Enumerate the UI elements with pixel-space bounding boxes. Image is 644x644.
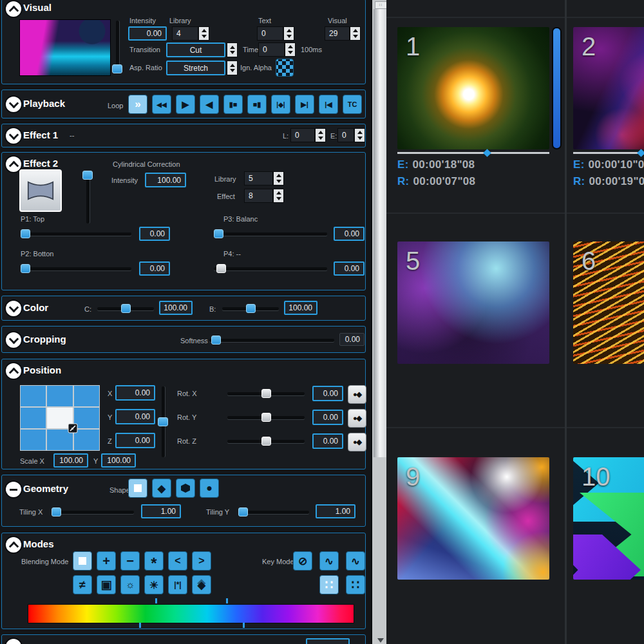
scale-y-value[interactable]: 100.00 — [101, 453, 136, 468]
spin-down-icon[interactable] — [288, 51, 293, 54]
spin-down-icon[interactable] — [276, 180, 281, 183]
spin-down-icon[interactable] — [353, 35, 358, 38]
asp-ratio-spinner[interactable] — [227, 61, 238, 75]
spin-up-icon[interactable] — [353, 29, 358, 32]
scrollbar-thumb[interactable] — [374, 9, 388, 457]
shape-circle-button[interactable]: ● — [200, 478, 219, 498]
effect2-p2-slider-handle[interactable] — [21, 264, 30, 273]
color-b-slider[interactable] — [222, 307, 279, 310]
spin-up-icon[interactable] — [288, 45, 293, 48]
effect2-p1-slider[interactable] — [21, 232, 131, 236]
scrollbar-down-arrow[interactable] — [377, 638, 384, 643]
position-vslider-handle[interactable] — [158, 417, 168, 426]
progress-marker-icon[interactable] — [637, 149, 644, 157]
collapse-playback-button[interactable] — [6, 97, 21, 112]
stop-left-button[interactable]: ▮■ — [223, 95, 243, 114]
visual-text-spinbox[interactable]: 0 — [257, 26, 294, 41]
blend-subtract-button[interactable]: − — [120, 551, 140, 571]
bounce-button[interactable]: |◆| — [271, 95, 290, 114]
spin-down-icon[interactable] — [230, 51, 235, 54]
media-progress-1[interactable] — [397, 152, 549, 154]
spin-up-icon[interactable] — [276, 191, 281, 194]
rot-y-slider-handle[interactable] — [261, 413, 271, 422]
effect2-effect-value[interactable]: 8 — [244, 189, 273, 203]
spinner-arrows[interactable] — [350, 26, 361, 41]
effect2-p1-value[interactable]: 0.00 — [139, 227, 170, 241]
tiling-x-value[interactable]: 1.00 — [141, 504, 181, 518]
position-z-value[interactable]: 0.00 — [115, 433, 155, 448]
effect2-p4-slider[interactable] — [214, 267, 327, 270]
loop-forward-button[interactable]: » — [128, 95, 147, 114]
media-progress-2[interactable] — [573, 152, 644, 154]
color-c-slider-handle[interactable] — [121, 304, 131, 313]
time-value[interactable]: 0 — [258, 43, 285, 57]
blend-lighten-button[interactable]: > — [192, 551, 211, 571]
effect2-p2-slider[interactable] — [21, 267, 131, 270]
visual-library-spinbox[interactable]: 4 — [172, 26, 209, 41]
collapse-cropping-button[interactable] — [6, 332, 21, 348]
spin-up-icon[interactable] — [357, 131, 363, 134]
tiling-x-slider[interactable] — [52, 511, 134, 514]
spinner-arrows[interactable] — [354, 128, 365, 142]
visual-library-value[interactable]: 4 — [172, 26, 198, 41]
collapse-color-button[interactable] — [6, 301, 21, 316]
visual-number-value[interactable]: 29 — [325, 26, 350, 41]
position-vslider[interactable] — [162, 386, 165, 457]
spin-up-icon[interactable] — [276, 174, 281, 177]
tiling-y-slider[interactable] — [238, 511, 309, 514]
effect2-p3-value[interactable]: 0.00 — [334, 227, 365, 241]
play-button[interactable]: ▶ — [176, 95, 195, 114]
spinner-arrows[interactable] — [285, 43, 296, 57]
timecode-button[interactable]: TC — [343, 95, 362, 114]
grid-cell[interactable] — [21, 386, 46, 406]
rot-x-value[interactable]: 0.00 — [312, 386, 343, 401]
spinner-arrows[interactable] — [227, 43, 238, 57]
blend-darken-button[interactable]: < — [168, 551, 187, 571]
blend-normal-button[interactable] — [73, 551, 92, 571]
rot-y-value[interactable]: 0.00 — [312, 410, 343, 425]
collapse-position-button[interactable] — [6, 363, 21, 379]
time-spinbox[interactable]: 0 — [258, 43, 296, 57]
softness-slider[interactable] — [209, 339, 334, 342]
rewind-button[interactable]: ◀◀ — [152, 95, 171, 114]
key-luma-button[interactable]: ∿ — [319, 551, 339, 571]
rot-y-reset-button[interactable]: ●◆ — [348, 409, 366, 428]
rot-x-reset-button[interactable]: ●◆ — [348, 385, 366, 404]
blend-glow-small-button[interactable]: ☼ — [120, 575, 140, 594]
transition-spinner[interactable] — [227, 43, 238, 57]
softness-value[interactable]: 0.00 — [339, 333, 365, 346]
effect2-p3-slider-handle[interactable] — [214, 229, 223, 238]
key-chroma-button[interactable]: ∷ — [319, 575, 339, 594]
rot-x-slider[interactable] — [227, 392, 305, 395]
visual-text-value[interactable]: 0 — [257, 26, 283, 41]
position-x-value[interactable]: 0.00 — [115, 385, 155, 401]
blend-pinch-button[interactable]: |*| — [168, 575, 187, 594]
spin-up-icon[interactable] — [287, 29, 292, 32]
play-reverse-button[interactable]: ◀ — [200, 95, 219, 114]
tiling-y-value[interactable]: 1.00 — [316, 504, 355, 518]
transition-dropdown[interactable]: Cut — [166, 43, 225, 57]
shape-cube-button[interactable] — [176, 478, 195, 498]
grid-cell[interactable] — [21, 430, 46, 450]
asp-ratio-dropdown[interactable]: Stretch — [166, 61, 225, 75]
rot-y-slider[interactable] — [227, 416, 305, 419]
spin-up-icon[interactable] — [230, 64, 235, 67]
collapse-geometry-button[interactable] — [6, 482, 21, 497]
blend-difference-button[interactable]: ≠ — [73, 575, 92, 594]
blend-add-button[interactable]: + — [97, 551, 116, 571]
scale-x-value[interactable]: 100.00 — [53, 453, 88, 468]
visual-intensity-vslider[interactable] — [116, 21, 119, 72]
spin-down-icon[interactable] — [287, 35, 292, 38]
collapse-modes-button[interactable] — [6, 537, 21, 553]
effect2-preview-button[interactable] — [19, 169, 62, 212]
collapse-next-button[interactable] — [6, 639, 21, 644]
blend-mask-button[interactable]: ▣ — [97, 575, 116, 594]
position-y-value[interactable]: 0.00 — [115, 409, 155, 424]
blend-multiply-button[interactable]: * — [144, 551, 164, 571]
go-start-button[interactable]: |◀ — [319, 95, 338, 114]
tiling-x-slider-handle[interactable] — [52, 507, 61, 516]
rot-z-reset-button[interactable]: ●◆ — [348, 433, 366, 451]
visual-intensity-value[interactable]: 0.00 — [128, 26, 167, 41]
visual-preview-thumbnail[interactable] — [19, 19, 111, 76]
rot-z-slider-handle[interactable] — [261, 437, 271, 446]
